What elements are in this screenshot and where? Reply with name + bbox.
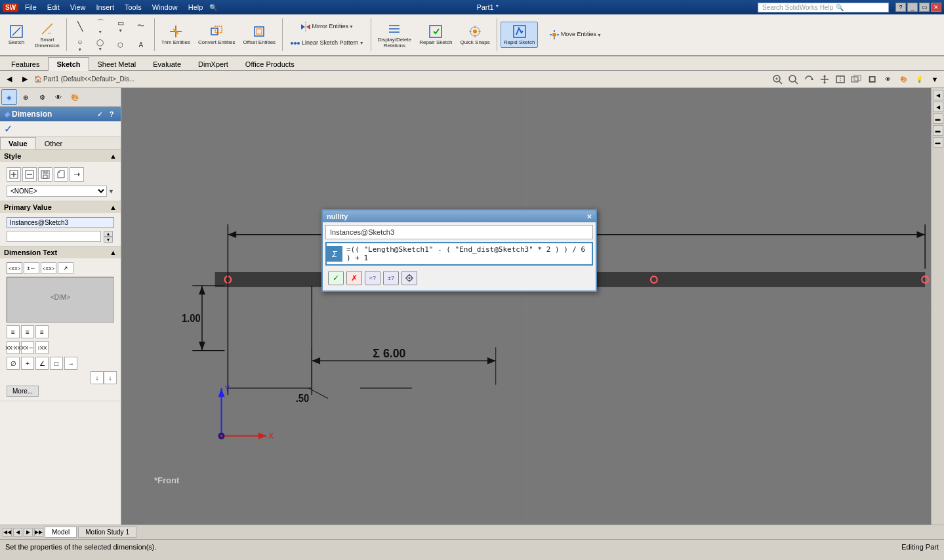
expand-panel-btn[interactable]: ▶: [18, 73, 31, 86]
linear-pattern-button[interactable]: Linear Sketch Pattern ▼: [286, 35, 367, 51]
arc-btn[interactable]: ⌒▼: [91, 16, 110, 35]
nav-back-btn[interactable]: ◀: [13, 528, 22, 537]
spline-btn[interactable]: 〜: [131, 16, 151, 35]
nav-forward-btn[interactable]: ▶: [24, 528, 33, 537]
display-delete-button[interactable]: Display/DeleteRelations: [375, 19, 415, 51]
rp-btn-3[interactable]: ▬: [933, 113, 943, 124]
pan-btn[interactable]: [818, 73, 831, 86]
panel-help-icon[interactable]: ?: [106, 109, 117, 119]
panel-icon-dimension[interactable]: ◈: [1, 89, 17, 105]
menu-insert[interactable]: Insert: [92, 2, 118, 12]
style-section-header[interactable]: Style ▲: [0, 150, 121, 162]
align-center[interactable]: ≡: [21, 325, 34, 338]
numeric-input[interactable]: [7, 231, 101, 242]
rapid-sketch-button[interactable]: Rapid Sketch: [501, 22, 539, 48]
menu-help[interactable]: Help: [184, 2, 207, 12]
rect-btn[interactable]: ▭▼: [111, 16, 131, 35]
zoom-to-fit-btn[interactable]: [771, 73, 784, 86]
move-entities-button[interactable]: Move Entities ▼: [542, 27, 607, 43]
sym-angle[interactable]: ∠: [35, 357, 49, 370]
menu-edit[interactable]: Edit: [43, 2, 64, 12]
menu-view[interactable]: View: [66, 2, 90, 12]
edit-appearance-btn[interactable]: 🎨: [897, 73, 910, 86]
tab-other[interactable]: Other: [36, 137, 72, 150]
ellipse-btn[interactable]: ◯▼: [91, 36, 110, 53]
down-arrow-2[interactable]: ↓: [104, 371, 117, 384]
offset-entities-button[interactable]: Offset Entities: [239, 22, 279, 48]
align-opt3[interactable]: ↕XX: [35, 341, 49, 354]
style-icon-2[interactable]: [22, 167, 37, 182]
sym-slash[interactable]: ∅: [7, 357, 20, 370]
smart-dimension-button[interactable]: ↔ SmartDimension: [31, 19, 63, 51]
dim-text-plus-minus[interactable]: ±←: [24, 262, 39, 274]
sketch-button[interactable]: Sketch: [3, 22, 30, 48]
tab-motion-study[interactable]: Motion Study 1: [78, 527, 136, 538]
panel-ok-icon[interactable]: ✓: [94, 109, 105, 119]
close-btn[interactable]: ✕: [931, 3, 941, 12]
style-icon-1[interactable]: [7, 167, 21, 182]
view-orient-btn[interactable]: [850, 73, 863, 86]
menu-window[interactable]: Window: [148, 2, 182, 12]
style-select[interactable]: <NONE>: [7, 186, 107, 197]
tab-value[interactable]: Value: [0, 137, 36, 150]
repair-sketch-button[interactable]: Repair Sketch: [416, 22, 455, 48]
text-btn[interactable]: A: [131, 36, 151, 53]
rp-btn-5[interactable]: ▬: [933, 137, 943, 148]
menu-file[interactable]: File: [21, 2, 41, 12]
align-opt2[interactable]: XX↔: [21, 341, 34, 354]
nav-prev-btn[interactable]: ◀◀: [3, 528, 12, 537]
dialog-sigma-icon[interactable]: Σ: [327, 246, 342, 262]
dialog-tol-btn[interactable]: ±?: [383, 271, 399, 285]
dialog-cancel-button[interactable]: ✗: [346, 271, 362, 285]
minimize-btn[interactable]: _: [907, 3, 918, 12]
panel-icon-config[interactable]: ⚙: [34, 89, 50, 105]
polygon-btn[interactable]: ⬡: [111, 36, 131, 53]
display-style-btn[interactable]: 🔲: [865, 73, 878, 86]
dialog-title-bar[interactable]: nullity ✕: [323, 210, 596, 222]
align-right[interactable]: ≡: [35, 325, 49, 338]
trim-entities-button[interactable]: Trim Entities: [158, 22, 194, 48]
view-options-btn[interactable]: ▼: [928, 73, 941, 86]
dialog-close-icon[interactable]: ✕: [586, 213, 592, 220]
accept-btn[interactable]: ✓: [4, 123, 12, 134]
style-icon-4[interactable]: [54, 167, 68, 182]
panel-icon-smart[interactable]: ⊕: [18, 89, 33, 105]
tab-sheet-metal[interactable]: Sheet Metal: [89, 57, 145, 71]
down-arrow-1[interactable]: ↓: [91, 371, 104, 384]
align-opt1[interactable]: XX·XX: [7, 341, 20, 354]
tab-office-products[interactable]: Office Products: [237, 57, 303, 71]
panel-icon-color[interactable]: 🎨: [67, 89, 83, 105]
style-icon-3[interactable]: [38, 167, 52, 182]
zoom-in-btn[interactable]: [787, 73, 800, 86]
dim-text-xx2[interactable]: <XX>: [41, 262, 56, 274]
rp-btn-4[interactable]: ▬: [933, 125, 943, 136]
tab-evaluate[interactable]: Evaluate: [144, 57, 190, 71]
dim-text-arrow[interactable]: ↗: [58, 262, 73, 274]
more-button[interactable]: More...: [7, 386, 39, 397]
circle-btn[interactable]: ○▼: [70, 36, 90, 53]
line-btn[interactable]: ╲: [70, 16, 90, 35]
dialog-link-btn[interactable]: ≈?: [365, 271, 380, 285]
style-icon-5[interactable]: [70, 167, 84, 182]
tab-dimxpert[interactable]: DimXpert: [190, 57, 237, 71]
quick-launch-icon[interactable]: 🔍: [209, 4, 217, 11]
dialog-ok-button[interactable]: ✓: [328, 271, 344, 285]
section-view-btn[interactable]: [834, 73, 847, 86]
scenes-lights-btn[interactable]: 💡: [913, 73, 926, 86]
spin-up[interactable]: ▲: [104, 231, 113, 237]
dim-text-xx[interactable]: <XX>: [7, 262, 22, 274]
dimension-text-header[interactable]: Dimension Text ▲: [0, 247, 121, 258]
mirror-entities-button[interactable]: Mirror Entities ▼: [286, 19, 367, 35]
tab-model[interactable]: Model: [45, 527, 77, 538]
convert-entities-button[interactable]: Convert Entities: [195, 22, 238, 48]
collapse-panel-btn[interactable]: ◀: [3, 73, 16, 86]
canvas-area[interactable]: 25.00 1.00 Σ 5 Σ 6.00 .5: [121, 88, 931, 525]
tab-features[interactable]: Features: [3, 57, 48, 71]
sym-arrow[interactable]: →: [64, 357, 77, 370]
sym-box[interactable]: □: [50, 357, 63, 370]
menu-tools[interactable]: Tools: [121, 2, 146, 12]
search-box[interactable]: Search SolidWorks Help 🔍: [758, 3, 889, 12]
sym-plus[interactable]: +: [21, 357, 34, 370]
quick-snaps-button[interactable]: Quick Snaps: [457, 22, 493, 48]
primary-value-header[interactable]: Primary Value ▲: [0, 201, 121, 213]
